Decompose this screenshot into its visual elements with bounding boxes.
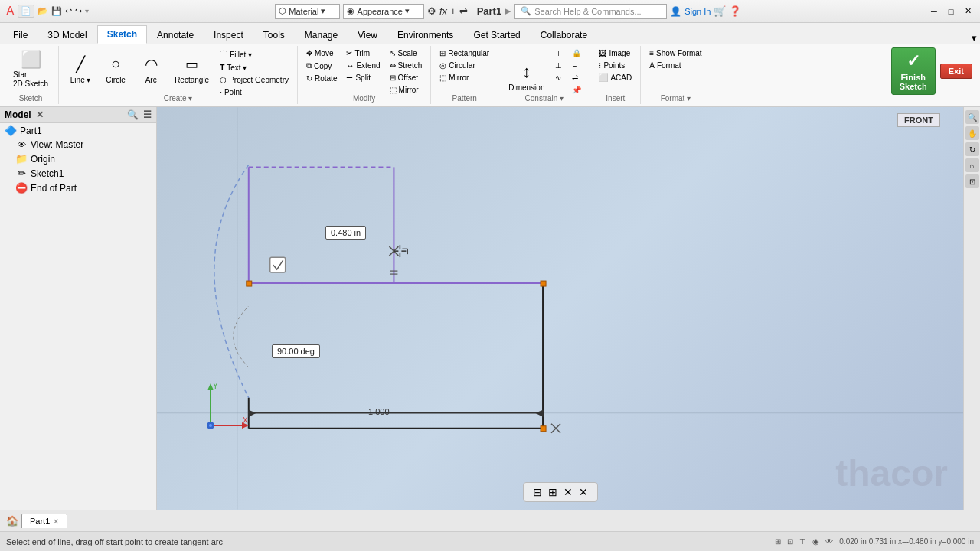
canvas-area[interactable]: FRONT 0.480 in 90.00 deg 1.000 Y X [157,107,963,510]
format-button[interactable]: A Format [645,60,705,71]
sidebar-item-view-master[interactable]: 👁 View: Master [0,138,156,152]
arc-button[interactable]: ◠ Arc [134,47,168,90]
stretch-button[interactable]: ⇔ Stretch [386,60,426,71]
rectangular-pattern-button[interactable]: ⊞ Rectangular [436,47,493,59]
sidebar-add-icon[interactable]: ✕ [36,109,44,120]
copy-button[interactable]: ⧉ Copy [302,60,341,72]
group-insert: 🖼 Image ⁝ Points ⬜ ACAD Insert [590,46,641,104]
nav-zoom-icon[interactable]: 🔍 [965,110,979,124]
sidebar-item-origin[interactable]: 📁 Origin [0,152,156,166]
tab-environments[interactable]: Environments [387,25,463,44]
constrain-auto[interactable]: ⊤ [551,47,567,59]
points-button[interactable]: ⁝ Points [595,60,635,71]
constrain-lock[interactable]: 🔒 [568,47,585,59]
plus-icon[interactable]: + [450,5,456,17]
tab-manage[interactable]: Manage [295,25,348,44]
watermark: thacor [835,452,948,494]
mini-ortho-icon[interactable]: ✕ [564,486,573,498]
scale-button[interactable]: ⤡ Scale [386,47,426,59]
circular-pattern-button[interactable]: ◎ Circular [436,60,493,71]
statusbar-snap-icon[interactable]: ⊡ [787,537,793,546]
quick-new[interactable]: 📄 [18,5,34,18]
statusbar-ortho-icon[interactable]: ⊤ [799,537,806,546]
part1-tab[interactable]: Part1 ✕ [21,514,67,528]
image-button[interactable]: 🖼 Image [595,47,635,59]
extend-button[interactable]: ↔ Extend [342,60,384,71]
line-button[interactable]: ╱ Line ▾ [64,47,97,90]
minimize-button[interactable]: ─ [928,5,940,18]
statusbar-grid-icon[interactable]: ⊞ [775,537,781,546]
dimension-button[interactable]: ↕ Dimension [503,55,550,99]
rectangle-button[interactable]: ▭ Rectangle [169,47,214,90]
fillet-button[interactable]: ⌒ Fillet ▾ [216,47,292,61]
show-format-button[interactable]: ≡ Show Format [645,47,705,59]
quick-more[interactable]: ▾ [85,7,89,15]
arrow-icon[interactable]: ⇌ [459,5,468,17]
finish-checkmark-icon: ✓ [906,51,920,71]
split-icon: ⚌ [346,73,353,82]
constrain-perp[interactable]: ⊥ [551,60,567,71]
start-sketch-button[interactable]: ⬜ Start2D Sketch [8,47,54,90]
constrain-eq[interactable]: = [568,60,585,71]
finish-sketch-button[interactable]: ✓ FinishSketch [891,47,936,95]
exit-button[interactable]: Exit [940,64,972,79]
acad-button[interactable]: ⬜ ACAD [595,72,635,83]
sidebar-search-icon[interactable]: 🔍 [127,109,139,120]
quick-open[interactable]: 📂 [38,6,48,16]
sidebar-item-part1[interactable]: 🔷 Part1 [0,123,156,138]
fx-icon[interactable]: fx [439,5,447,17]
svg-marker-19 [249,410,256,417]
nav-orbit-icon[interactable]: ↻ [965,142,979,156]
tab-3dmodel[interactable]: 3D Model [38,25,96,44]
split-button[interactable]: ⚌ Split [342,72,384,83]
close-tab-icon[interactable]: ✕ [53,517,59,526]
tab-file[interactable]: File [3,25,38,44]
tab-annotate[interactable]: Annotate [147,25,204,44]
constrain-tang[interactable]: ∿ [551,72,567,83]
trim-icon: ✂ [346,49,352,57]
mirror-pattern-button[interactable]: ⬚ Mirror [436,72,493,83]
ribbon: ⬜ Start2D Sketch Sketch ╱ Line ▾ ○ Circl… [0,44,980,107]
ribbon-expand[interactable]: ▾ [972,32,977,44]
offset-button[interactable]: ⊟ Offset [386,72,426,83]
sidebar-menu-icon[interactable]: ☰ [143,109,152,120]
sidebar-item-end-of-part[interactable]: ⛔ End of Part [0,181,156,195]
rectangle-icon: ▭ [181,54,203,75]
rotate-button[interactable]: ↻ Rotate [302,73,341,84]
mirror-pattern-icon: ⬚ [439,73,446,82]
param-icon[interactable]: ⚙ [427,5,436,17]
text-button[interactable]: T Text ▾ [216,62,292,73]
nav-home-icon[interactable]: ⌂ [965,158,979,172]
move-button[interactable]: ✥ Move [302,47,341,59]
help-icon[interactable]: ❓ [729,5,741,17]
statusbar-show-icon[interactable]: 👁 [825,537,833,546]
tab-tools[interactable]: Tools [253,25,295,44]
quick-save[interactable]: 💾 [51,6,62,16]
circle-button[interactable]: ○ Circle [99,47,132,90]
mini-cursor-icon[interactable]: ✕ [579,486,588,498]
nav-pan-icon[interactable]: ✋ [965,126,979,140]
trim-button[interactable]: ✂ Trim [342,47,384,59]
constrain-sym[interactable]: ⇌ [568,72,585,83]
nav-fit-icon[interactable]: ⊡ [965,174,979,188]
quick-undo[interactable]: ↩ [65,6,72,16]
statusbar-polar-icon[interactable]: ◉ [812,537,819,546]
tab-inspect[interactable]: Inspect [204,25,253,44]
tab-view[interactable]: View [348,25,387,44]
cart-icon[interactable]: 🛒 [714,5,726,17]
home-tab-icon[interactable]: 🏠 [6,515,18,527]
project-geometry-button[interactable]: ⬡ Project Geometry [216,74,292,86]
tab-collaborate[interactable]: Collaborate [531,25,597,44]
appearance-dropdown[interactable]: ◉ Appearance ▾ [343,4,423,19]
material-dropdown[interactable]: ⬡ Material ▾ [275,4,340,19]
maximize-button[interactable]: □ [945,5,957,18]
sidebar-item-sketch1[interactable]: ✏ Sketch1 [0,166,156,181]
close-button[interactable]: ✕ [962,5,974,18]
search-bar[interactable]: 🔍 Search Help & Commands... [514,4,667,19]
tab-get-started[interactable]: Get Started [463,25,530,44]
quick-redo[interactable]: ↪ [75,6,82,16]
signin-label[interactable]: Sign In [684,7,710,16]
mini-snap-icon[interactable]: ⊟ [533,486,542,498]
tab-sketch[interactable]: Sketch [97,25,147,44]
mini-grid-icon[interactable]: ⊞ [548,486,557,498]
